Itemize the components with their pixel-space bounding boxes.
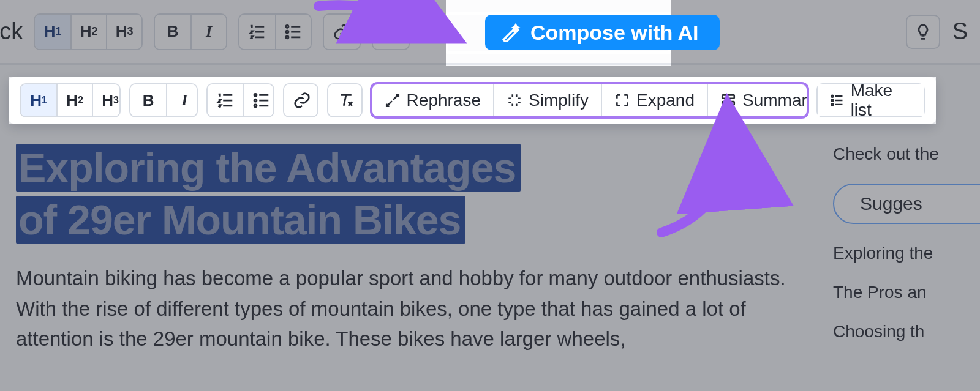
list-group [238, 13, 312, 50]
article-title[interactable]: Exploring the Advantages of 29er Mountai… [16, 142, 799, 246]
rephrase-label: Rephrase [407, 91, 481, 110]
expand-icon [614, 92, 630, 108]
ctx-list-group [206, 83, 274, 117]
h3-button[interactable]: H3 [106, 15, 141, 49]
ctx-clear-format-button[interactable] [328, 84, 363, 116]
side-item-choosing[interactable]: Choosing th [833, 322, 980, 341]
context-toolbar: H1 H2 H3 B I Rephrase Simplify Expand Su… [9, 77, 936, 124]
rephrase-button[interactable]: Rephrase [372, 84, 493, 116]
h-letter: H [80, 22, 92, 41]
h1-sub: 1 [56, 25, 62, 38]
unordered-list-button[interactable] [275, 15, 311, 49]
expand-button[interactable]: Expand [601, 84, 707, 116]
svg-point-5 [254, 105, 257, 107]
summarize-label: Summarize [742, 91, 808, 110]
clear-format-icon [382, 23, 400, 41]
svg-point-4 [254, 99, 257, 102]
ctx-style-group: B I [129, 83, 197, 117]
link-button[interactable] [324, 15, 360, 49]
h-letter: H [116, 22, 127, 41]
ordered-list-icon [216, 91, 235, 110]
lightbulb-icon [914, 23, 932, 41]
italic-button[interactable]: I [190, 15, 226, 49]
link-icon [293, 91, 311, 110]
summarize-button[interactable]: Summarize [707, 84, 808, 116]
h2-sub: 2 [92, 25, 98, 38]
svg-rect-7 [722, 102, 734, 105]
ctx-bold-button[interactable]: B [130, 84, 166, 116]
h-letter: H [44, 22, 56, 41]
rephrase-icon [385, 92, 401, 108]
summarize-icon [720, 92, 736, 108]
make-list-icon [830, 92, 844, 108]
make-list-button[interactable]: Make list [818, 84, 924, 116]
link-group [323, 13, 361, 50]
title-line-2: of 29er Mountain Bikes [16, 196, 466, 244]
svg-point-3 [254, 94, 257, 96]
ai-actions-group: Rephrase Simplify Expand Summarize [371, 83, 809, 117]
simplify-button[interactable]: Simplify [493, 84, 601, 116]
clear-format-icon [337, 91, 355, 110]
simplify-label: Simplify [529, 91, 589, 110]
right-fragment: S [952, 18, 968, 45]
ctx-h1-button[interactable]: H1 [21, 84, 56, 116]
make-list-label: Make list [851, 81, 911, 120]
ordered-list-icon [248, 23, 266, 41]
compose-label: Compose with AI [530, 21, 699, 45]
link-icon [333, 23, 351, 41]
make-list-group: Make list [816, 83, 925, 117]
h1-button[interactable]: H1 [35, 15, 70, 49]
svg-point-8 [832, 95, 834, 97]
side-item-pros[interactable]: The Pros an [833, 283, 980, 302]
ctx-link-button[interactable] [284, 84, 318, 116]
svg-point-0 [286, 25, 288, 28]
svg-rect-6 [722, 95, 734, 98]
svg-point-10 [832, 103, 834, 105]
title-line-1: Exploring the Advantages [16, 144, 521, 192]
dimming-mask [0, 66, 980, 77]
ctx-clear-group [327, 83, 363, 117]
ordered-list-button[interactable] [239, 15, 275, 49]
back-label[interactable]: ack [0, 18, 23, 45]
bold-button[interactable]: B [155, 15, 190, 49]
ctx-italic-button[interactable]: I [166, 84, 197, 116]
simplify-icon [507, 92, 522, 108]
clear-group [372, 13, 410, 50]
ctx-heading-group: H1 H2 H3 [20, 83, 121, 117]
svg-point-9 [832, 99, 834, 101]
dimming-mask [936, 77, 980, 124]
ctx-h2-button[interactable]: H2 [56, 84, 92, 116]
side-suggest-pill[interactable]: Sugges [833, 184, 980, 224]
compose-with-ai-button[interactable]: Compose with AI [485, 15, 720, 50]
h2-button[interactable]: H2 [70, 15, 106, 49]
h3-sub: 3 [127, 25, 134, 38]
ctx-link-group [283, 83, 318, 117]
ctx-unordered-list-button[interactable] [243, 84, 274, 116]
article-body[interactable]: Mountain biking has become a popular spo… [16, 263, 799, 354]
side-item-exploring[interactable]: Exploring the [833, 244, 980, 263]
article: Exploring the Advantages of 29er Mountai… [16, 142, 799, 354]
ideas-button[interactable] [906, 15, 940, 49]
heading-group: H1 H2 H3 [34, 13, 143, 50]
side-checkout: Check out the [833, 144, 980, 164]
compose-layer: Compose with AI [448, 15, 720, 50]
ctx-h3-button[interactable]: H3 [92, 84, 121, 116]
magic-wand-icon [501, 23, 521, 42]
unordered-list-icon [252, 91, 271, 110]
dimming-mask [0, 77, 9, 124]
ctx-ordered-list-button[interactable] [208, 84, 243, 116]
svg-point-2 [286, 35, 288, 38]
style-group: B I [154, 13, 227, 50]
unordered-list-icon [284, 23, 303, 41]
side-panel: Check out the Sugges Exploring the The P… [833, 144, 980, 341]
toolbar-right: S [906, 15, 968, 49]
expand-label: Expand [636, 91, 695, 110]
clear-format-button[interactable] [373, 15, 409, 49]
svg-point-1 [286, 31, 288, 33]
